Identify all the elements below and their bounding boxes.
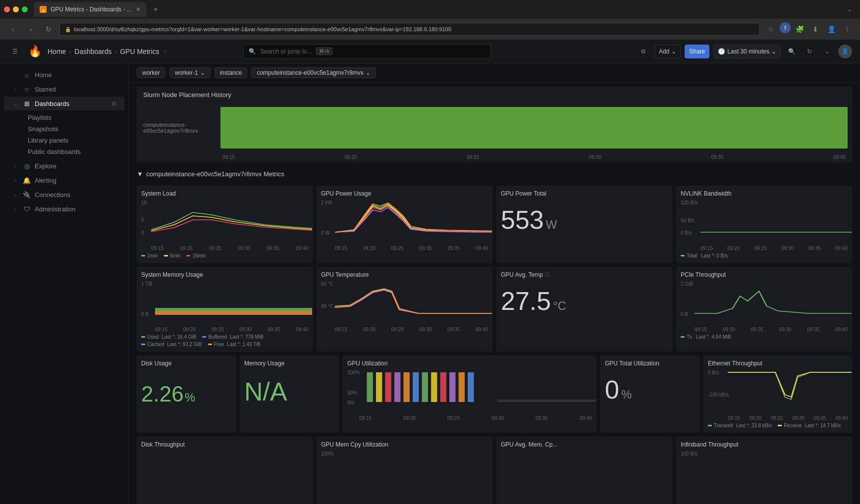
svg-rect-9 [431, 372, 437, 402]
slurm-node-label: computeinstance-e00vc5e1agmv7r8mvx [137, 103, 216, 152]
memory-usage-title: Memory Usage [244, 360, 334, 367]
nvlink-legend-total: Total Last *: 0 B/s [681, 253, 728, 258]
sidebar-item-alerting[interactable]: › 🔔 Alerting [4, 173, 124, 187]
sidebar-item-library-panels[interactable]: Library panels [20, 135, 128, 146]
url-bar[interactable]: 🔒 localhost:3000/d/syl6zhqkz/gpu-metrics… [59, 23, 760, 36]
refresh-btn[interactable]: ↻ [803, 45, 816, 58]
expand-icon: › [12, 191, 19, 198]
expand-icon: ⌄ [12, 100, 19, 107]
svg-rect-13 [468, 372, 474, 402]
memory-usage-value: N/A [244, 377, 334, 406]
ethernet-chart: 0 B/s -100 kB/s [708, 370, 848, 414]
expand-icon [12, 71, 19, 78]
sidebar-item-administration[interactable]: › 🛡 Administration [4, 202, 124, 216]
share-btn[interactable]: Share [685, 45, 709, 58]
new-tab-button[interactable]: + [149, 2, 162, 16]
time-09-15: 09:15 [222, 154, 235, 160]
url-text: localhost:3000/d/syl6zhqkz/gpu-metrics?o… [74, 26, 451, 32]
close-tab-icon[interactable]: ✕ [136, 6, 141, 13]
add-panel-btn[interactable]: Add ⌄ [654, 45, 681, 58]
pcie-throughput-panel: PCIe Throughput 2 GiB 0 B 09:1509:2009:2… [676, 267, 852, 352]
sidebar-item-explore[interactable]: › ◎ Explore [4, 159, 124, 173]
time-09-20: 09:20 [345, 154, 357, 160]
gpu-avg-mem-chart [501, 451, 668, 481]
breadcrumb-home[interactable]: Home [48, 48, 66, 55]
sidebar-item-home[interactable]: ⌂ Home [4, 68, 124, 82]
gpu-temp-x-axis: 09:1509:2009:2509:3009:3509:40 [321, 327, 488, 332]
disk-throughput-chart [141, 451, 308, 481]
memory-usage-panel: Memory Usage N/A [240, 355, 339, 433]
metrics-section-title: computeinstance-e00vc5e1agmv7r8mvx Metri… [146, 170, 284, 178]
maximize-window-btn[interactable] [22, 6, 28, 12]
gpu-power-total-title: GPU Power Total [501, 190, 668, 197]
minimize-window-btn[interactable] [13, 6, 19, 12]
svg-rect-4 [385, 372, 391, 402]
forward-btn[interactable]: › [24, 22, 38, 36]
favorite-star-btn[interactable]: ☆ [162, 48, 168, 55]
close-window-btn[interactable] [4, 6, 10, 12]
legend-5min-label: 5min [170, 253, 181, 258]
system-load-legend: 1min 5min 15min [141, 253, 308, 258]
system-memory-panel: System Memory Usage 1 TiB 0 B 09:1509:20… [137, 267, 313, 352]
gpu-power-total-unit: W [546, 219, 557, 231]
expand-panel-icon[interactable]: ⊟ [112, 101, 116, 107]
y-max: 2 kW [321, 200, 332, 205]
info-icon: ⓘ [545, 271, 550, 278]
y-min: 0 [141, 230, 144, 236]
disk-usage-panel: Disk Usage 2.26 % [137, 355, 236, 433]
gpu-power-svg [335, 200, 492, 235]
sidebar-item-connections[interactable]: › 🔌 Connections [4, 188, 124, 202]
grafana-logo: 🔥 [28, 45, 42, 58]
nvlink-legend-last: Last *: 0 B/s [701, 253, 728, 258]
sidebar-item-public-dashboards[interactable]: Public dashboards [20, 146, 128, 157]
sidebar-dashboards-label: Dashboards [35, 100, 69, 107]
breadcrumb-dashboards[interactable]: Dashboards [74, 48, 112, 55]
slurm-chart-bar [220, 107, 848, 149]
back-btn[interactable]: ‹ [6, 22, 20, 36]
time-range-btn[interactable]: 🕐 Last 30 minutes ⌄ [713, 45, 781, 58]
worker-var-label: worker [137, 67, 165, 78]
profile-icon[interactable]: f [780, 22, 791, 33]
gpu-temp-title: GPU Temperature [321, 271, 488, 278]
refresh-btn[interactable]: ↻ [42, 22, 55, 36]
sidebar-item-starred[interactable]: › ☆ Starred [4, 82, 124, 96]
zoom-out-btn[interactable]: 🔍 [785, 45, 799, 58]
pcie-legend-last: Last *: 4.64 MiB [696, 334, 731, 340]
metrics-section-header[interactable]: ▼ computeinstance-e00vc5e1agmv7r8mvx Met… [137, 166, 852, 182]
variables-toolbar: worker worker-1 ⌄ instance computeinstan… [129, 63, 860, 83]
legend-cached: CachedLast *: 93.2 GiB [141, 342, 202, 347]
sidebar-sub-dashboards: Playlists Snapshots Library panels Publi… [0, 111, 128, 158]
sidebar-administration-label: Administration [35, 205, 75, 213]
collapse-btn[interactable]: ⌄ [820, 45, 834, 58]
download-icon[interactable]: ⬇ [808, 22, 822, 36]
svg-rect-10 [440, 372, 446, 402]
legend-free: FreeLast *: 1.43 TiB [208, 342, 261, 347]
instance-var-select[interactable]: computeinstance-e00vc5e1agmv7r8mvx ⌄ [251, 67, 376, 78]
app: ☰ 🔥 Home › Dashboards › GPU Metrics ☆ 🔍 … [0, 40, 860, 504]
search-bar[interactable]: 🔍 Search or jump to... ⌘+k [243, 44, 491, 59]
dashboard-settings-icon[interactable]: ⚙ [637, 45, 650, 58]
sidebar-item-dashboards[interactable]: ⌄ ⊞ Dashboards ⊟ [4, 97, 124, 110]
menu-toggle-btn[interactable]: ☰ [8, 45, 22, 58]
active-tab[interactable]: 🔥 GPU Metrics - Dashboards - ... ✕ [34, 2, 147, 17]
sidebar-item-snapshots[interactable]: Snapshots [20, 123, 128, 135]
nvlink-legend: Total Last *: 0 B/s [681, 253, 848, 258]
browser-collapse-btn[interactable]: ⌄ [847, 6, 856, 13]
slurm-time-axis: 09:15 09:20 09:25 09:30 09:35 09:40 [137, 152, 852, 162]
gpu-util-x-axis: 09:1509:2009:2509:3009:3509:40 [347, 415, 592, 421]
user-avatar[interactable]: 👤 [838, 45, 852, 58]
gpu-total-util-value: 0 % [605, 377, 695, 403]
user-profile-btn[interactable]: 👤 [824, 22, 838, 36]
bookmark-icon[interactable]: ☆ [764, 22, 778, 36]
worker-var-select[interactable]: worker-1 ⌄ [169, 67, 211, 78]
ethernet-legend: TransmitLast *: 23.8 kB/s ReceiveLast *:… [708, 423, 848, 428]
legend-transmit: TransmitLast *: 23.8 kB/s [708, 423, 772, 428]
more-btn[interactable]: ⋮ [840, 22, 854, 36]
memory-svg [155, 281, 313, 316]
sidebar-item-playlists[interactable]: Playlists [20, 112, 128, 123]
system-load-panel: System Load 10 5 0 09:15 [137, 186, 313, 263]
ethernet-svg [728, 370, 852, 404]
legend-5min-dot [164, 255, 168, 256]
extension-icon[interactable]: 🧩 [793, 22, 806, 36]
pcie-svg [695, 281, 852, 316]
